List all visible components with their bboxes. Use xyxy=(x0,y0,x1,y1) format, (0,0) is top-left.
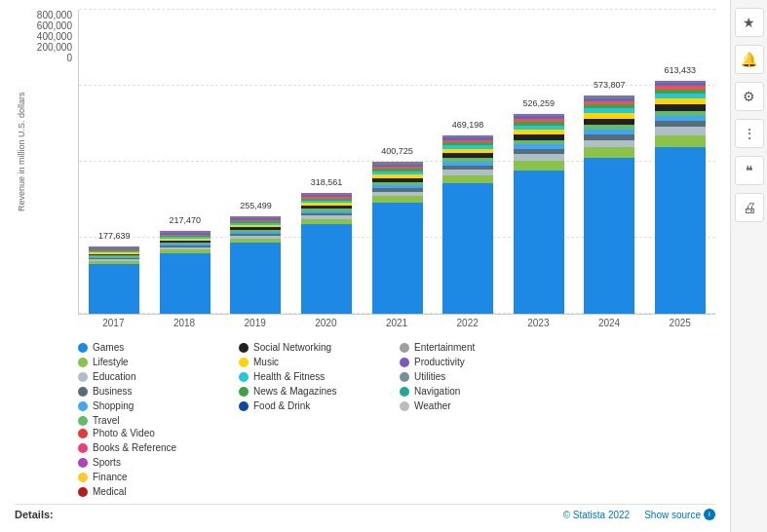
y-tick: 800,000 xyxy=(37,10,72,20)
legend-label: News & Magazines xyxy=(253,386,337,397)
show-source-button[interactable]: Show source i xyxy=(644,509,715,520)
bookmark-button[interactable]: ★ xyxy=(735,8,764,37)
bar-segment xyxy=(655,127,706,134)
legend-item: Social Networking xyxy=(239,342,400,353)
quote-button[interactable]: ❝ xyxy=(735,156,764,185)
bar-segment xyxy=(514,171,564,314)
legend-item: Food & Drink xyxy=(239,400,400,411)
legend-item: Books & Reference xyxy=(78,442,239,453)
bar-segment xyxy=(584,158,634,314)
x-label: 2022 xyxy=(432,315,503,334)
bar-total-label: 613,433 xyxy=(665,65,697,75)
legend-dot xyxy=(78,372,88,382)
bar-stack: 526,259 xyxy=(514,114,564,314)
legend-dot xyxy=(78,358,88,367)
main-content: Revenue in million U.S. dollars 800,0006… xyxy=(0,0,730,532)
legend-label: Health & Fitness xyxy=(253,371,325,382)
x-label: 2024 xyxy=(574,315,645,334)
legend-column: GamesLifestyleEducationBusinessShoppingT… xyxy=(78,342,239,426)
bar-segment xyxy=(655,147,706,314)
legend-label: Music xyxy=(253,357,279,367)
sidebar: ★🔔⚙⋮❝🖨 xyxy=(730,0,767,532)
bar-segment xyxy=(442,183,493,314)
share-button[interactable]: ⋮ xyxy=(735,119,764,148)
legend-label: Lifestyle xyxy=(93,357,129,367)
bar-group: 255,499 xyxy=(220,216,291,314)
x-label: 2025 xyxy=(644,315,715,334)
legend-item: News & Magazines xyxy=(239,386,400,397)
bar-segment xyxy=(584,140,634,148)
legend-label: Entertainment xyxy=(414,342,475,353)
x-label: 2023 xyxy=(503,315,574,334)
legend-dot xyxy=(400,358,409,367)
bar-group: 613,433 xyxy=(645,81,716,314)
legend-item: Entertainment xyxy=(400,342,560,353)
legend-dot xyxy=(400,401,409,411)
legend-label: Shopping xyxy=(93,400,134,411)
legend-label: Sports xyxy=(93,457,121,468)
bar-total-label: 318,561 xyxy=(311,177,343,187)
settings-button[interactable]: ⚙ xyxy=(735,82,764,111)
legend-label: Games xyxy=(93,342,124,353)
notification-button[interactable]: 🔔 xyxy=(735,45,764,74)
bar-group: 526,259 xyxy=(503,114,574,314)
bar-total-label: 255,499 xyxy=(240,201,272,210)
legend-dot xyxy=(78,401,88,411)
bar-stack: 400,725 xyxy=(372,162,423,314)
show-source-label: Show source xyxy=(644,510,701,520)
bar-total-label: 177,639 xyxy=(98,231,131,241)
legend-dot xyxy=(239,358,249,367)
legend-dot xyxy=(78,429,88,438)
footer: Details: © Statista 2022 Show source i xyxy=(15,504,715,522)
bar-segment xyxy=(230,243,281,314)
legend-column: Photo & VideoBooks & ReferenceSportsFina… xyxy=(78,428,239,497)
bar-segment xyxy=(160,253,211,314)
bar-stack: 613,433 xyxy=(655,81,706,314)
legend-label: Medical xyxy=(93,486,126,497)
legend-label: Books & Reference xyxy=(93,442,176,453)
y-tick: 0 xyxy=(66,53,72,63)
bar-group: 318,561 xyxy=(291,193,363,314)
bar-group: 469,198 xyxy=(433,135,504,314)
legend-dot xyxy=(239,343,249,353)
bar-segment xyxy=(372,196,423,203)
legend-dot xyxy=(78,473,88,482)
legend-dot xyxy=(239,387,249,397)
statista-credit: © Statista 2022 xyxy=(563,510,631,520)
bar-stack: 177,639 xyxy=(89,247,139,314)
bar-group: 400,725 xyxy=(362,162,433,314)
y-tick: 600,000 xyxy=(37,20,72,31)
legend-item: Sports xyxy=(78,457,239,468)
legend-label: Social Networking xyxy=(253,342,331,353)
legend-item: Education xyxy=(78,371,239,382)
x-label: 2020 xyxy=(290,315,362,334)
legend-label: Finance xyxy=(93,472,128,482)
legend-item: Photo & Video xyxy=(78,428,239,438)
bar-total-label: 469,198 xyxy=(452,120,484,130)
bar-group: 217,470 xyxy=(150,231,221,314)
legend-dot xyxy=(78,458,88,468)
legend-area: GamesLifestyleEducationBusinessShoppingT… xyxy=(15,334,715,502)
legend-item: Travel xyxy=(78,415,239,426)
legend-column: EntertainmentProductivityUtilitiesNaviga… xyxy=(400,342,560,426)
y-tick: 400,000 xyxy=(37,31,72,42)
print-button[interactable]: 🖨 xyxy=(735,193,764,222)
bar-stack: 573,807 xyxy=(584,95,634,314)
x-label: 2017 xyxy=(78,315,149,334)
bar-segment xyxy=(442,175,493,183)
legend-dot xyxy=(78,387,88,397)
chart-plot: 177,639217,470255,499318,561400,725469,1… xyxy=(78,10,715,315)
legend-item: Games xyxy=(78,342,239,353)
legend-item: Health & Fitness xyxy=(239,371,400,382)
x-label: 2021 xyxy=(362,315,433,334)
legend-label: Food & Drink xyxy=(253,400,310,411)
legend-item: Productivity xyxy=(400,357,560,367)
bar-stack: 255,499 xyxy=(230,216,281,314)
legend-label: Navigation xyxy=(414,386,460,397)
legend-item: Music xyxy=(239,357,400,367)
x-labels: 201720182019202020212022202320242025 xyxy=(78,315,715,334)
bar-segment xyxy=(89,264,139,314)
chart-container: Revenue in million U.S. dollars 800,0006… xyxy=(15,10,715,315)
legend-label: Productivity xyxy=(414,357,465,367)
legend-dot xyxy=(400,343,409,353)
